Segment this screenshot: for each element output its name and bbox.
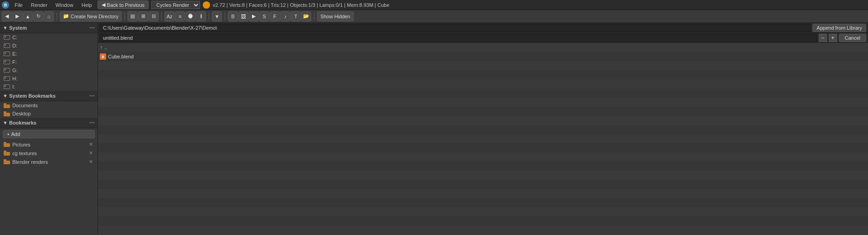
new-directory-button[interactable]: 📁 Create New Directory <box>60 11 122 21</box>
back-arrow-icon: ◀ <box>102 2 105 8</box>
bookmarks-options[interactable]: ··· <box>89 119 95 126</box>
sidebar-item-documents[interactable]: Documents <box>0 101 98 110</box>
bookmark-pictures[interactable]: Pictures ✕ <box>0 140 98 149</box>
empty-row-8 <box>98 125 868 134</box>
plus-icon: + <box>7 131 10 137</box>
folder-icon-cg-textures <box>4 151 10 156</box>
empty-row-11 <box>98 152 868 162</box>
sort-size-btn[interactable]: ≬ <box>196 11 206 21</box>
bookmark-cg-textures[interactable]: cg textures ✕ <box>0 149 98 157</box>
bookmark-blender-renders[interactable]: Blender renders ✕ <box>0 157 98 166</box>
remove-bookmark-cg-textures[interactable]: ✕ <box>88 150 94 156</box>
separator-1 <box>56 12 57 21</box>
path-bar: Append from Library <box>98 23 868 33</box>
sidebar-item-c[interactable]: C: <box>0 33 98 42</box>
blender-orange-logo <box>203 1 210 9</box>
empty-row-3 <box>98 79 868 89</box>
append-from-library-button[interactable]: Append from Library <box>812 24 866 32</box>
add-bookmark-button[interactable]: + Add <box>3 130 95 138</box>
empty-row-12 <box>98 162 868 171</box>
empty-row-1 <box>98 61 868 70</box>
folder-icon-documents <box>4 103 10 108</box>
empty-row-5 <box>98 98 868 107</box>
filter-text-btn[interactable]: T <box>291 11 301 21</box>
drive-icon-d <box>4 43 10 48</box>
blender-logo: B <box>2 1 9 9</box>
empty-row-18 <box>98 216 868 225</box>
empty-row-17 <box>98 207 868 216</box>
filter-image-btn[interactable]: 🖼 <box>238 11 248 21</box>
system-bookmarks-header[interactable]: ▼ System Bookmarks ··· <box>0 91 98 101</box>
render-engine-select[interactable]: Cycles Render <box>151 1 200 9</box>
remove-bookmark-blender-renders[interactable]: ✕ <box>88 159 94 165</box>
filter-movie-btn[interactable]: ▶ <box>249 11 259 21</box>
sidebar-item-i[interactable]: I: <box>0 83 98 91</box>
filter-script-btn[interactable]: S <box>259 11 269 21</box>
folder-icon-blender-renders <box>4 159 10 164</box>
system-section-header[interactable]: ▼ System ··· <box>0 23 98 33</box>
sidebar-item-d[interactable]: D: <box>0 42 98 50</box>
filename-input[interactable] <box>100 34 817 42</box>
nav-group: ◀ ▶ ▲ ↻ ⌂ <box>2 11 54 21</box>
sidebar: ▼ System ··· C: D: E: F: G: H: I <box>0 23 98 235</box>
sort-date-btn[interactable]: ⌚ <box>185 11 195 21</box>
system-bookmarks-options[interactable]: ··· <box>89 92 95 99</box>
view-list-btn[interactable]: ▤ <box>128 11 138 21</box>
nav-refresh-btn[interactable]: ↻ <box>33 11 43 21</box>
filter-folder-btn[interactable]: 📂 <box>301 11 311 21</box>
drive-icon-e <box>4 52 10 56</box>
bookmarks-header[interactable]: ▼ Bookmarks ··· <box>0 118 98 128</box>
filename-bar: − + Cancel <box>98 33 868 43</box>
file-browser: Append from Library − + Cancel ↑ .. B Cu… <box>98 23 868 235</box>
view-large-thumbs-btn[interactable]: ⊟ <box>149 11 159 21</box>
drive-icon-c <box>4 35 10 40</box>
cancel-button[interactable]: Cancel <box>839 34 866 42</box>
empty-row-10 <box>98 143 868 152</box>
separator-4 <box>209 12 209 21</box>
folder-icon-pictures <box>4 142 10 147</box>
file-item-cube-blend[interactable]: B Cube.blend <box>98 52 868 61</box>
back-button[interactable]: ◀ Back to Previous <box>98 0 149 9</box>
empty-row-6 <box>98 107 868 116</box>
sidebar-item-f[interactable]: F: <box>0 58 98 66</box>
sort-ext-btn[interactable]: ≡ <box>175 11 185 21</box>
view-small-thumbs-btn[interactable]: ⊞ <box>138 11 148 21</box>
sidebar-item-e[interactable]: E: <box>0 50 98 58</box>
separator-2 <box>124 12 125 21</box>
empty-row-14 <box>98 180 868 189</box>
menu-window[interactable]: Window <box>53 1 76 9</box>
menu-help[interactable]: Help <box>79 1 95 9</box>
menu-file[interactable]: File <box>12 1 26 9</box>
nav-home-btn[interactable]: ⌂ <box>44 11 54 21</box>
sidebar-item-g[interactable]: G: <box>0 66 98 74</box>
nav-next-btn[interactable]: ▶ <box>12 11 22 21</box>
sidebar-item-h[interactable]: H: <box>0 74 98 83</box>
file-list-area: ↑ .. B Cube.blend <box>98 43 868 235</box>
menu-render[interactable]: Render <box>28 1 50 9</box>
drive-icon-h <box>4 76 10 81</box>
filter-font-btn[interactable]: F <box>270 11 280 21</box>
go-up-icon: ↑ <box>100 44 103 51</box>
separator-3 <box>161 12 162 21</box>
drive-icon-i <box>4 84 10 89</box>
filter-sound-btn[interactable]: ♪ <box>280 11 290 21</box>
show-hidden-button[interactable]: Show Hidden <box>317 11 353 21</box>
decrement-button[interactable]: − <box>819 34 827 42</box>
increment-button[interactable]: + <box>829 34 837 42</box>
sidebar-item-desktop[interactable]: Desktop <box>0 110 98 118</box>
nav-up-btn[interactable]: ▲ <box>23 11 33 21</box>
filter-blend-btn[interactable]: B <box>228 11 238 21</box>
system-section-options[interactable]: ··· <box>89 24 95 31</box>
sort-name-btn[interactable]: Az <box>164 11 175 21</box>
nav-prev-btn[interactable]: ◀ <box>2 11 12 21</box>
empty-row-16 <box>98 198 868 207</box>
separator-5 <box>225 12 225 21</box>
empty-row-2 <box>98 70 868 79</box>
empty-row-4 <box>98 89 868 98</box>
filter-btn[interactable]: ▼ <box>212 11 222 21</box>
blend-file-icon: B <box>100 53 106 60</box>
empty-row-19 <box>98 225 868 235</box>
remove-bookmark-pictures[interactable]: ✕ <box>88 141 94 147</box>
path-input[interactable] <box>100 24 811 32</box>
go-up-item[interactable]: ↑ .. <box>98 43 868 52</box>
